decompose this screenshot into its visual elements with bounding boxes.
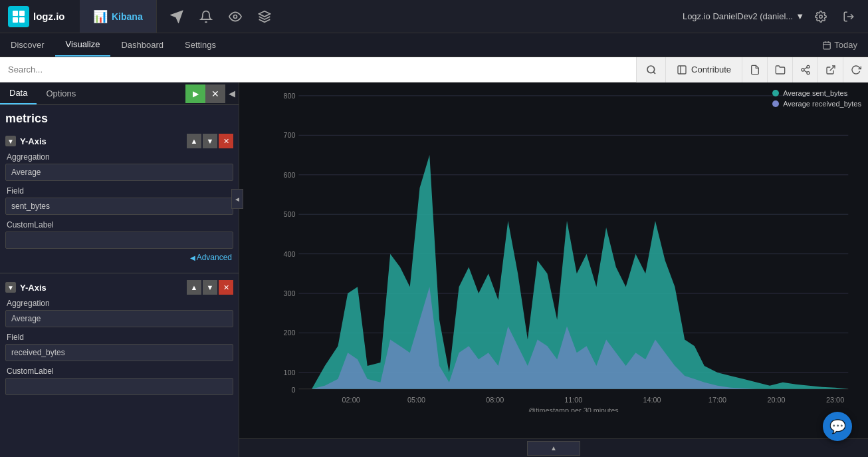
metric-1-up-btn[interactable]: ▲ <box>187 134 201 148</box>
aggregation-select-2[interactable]: Average Sum Min Max Count <box>5 310 233 327</box>
svg-text:200: 200 <box>283 329 295 337</box>
contribute-button[interactable]: Contribute <box>665 57 742 82</box>
nav-icons-area <box>157 3 284 30</box>
legend-label-sent: Average sent_bytes <box>783 89 847 97</box>
search-button[interactable] <box>636 57 665 82</box>
share-icon-btn[interactable] <box>792 57 817 82</box>
svg-rect-0 <box>13 11 18 16</box>
advanced-link-1[interactable]: ◀ Advanced <box>5 253 233 266</box>
contribute-icon <box>677 65 687 75</box>
svg-text:14:00: 14:00 <box>643 395 661 403</box>
metric-2-toggle[interactable]: ▼ <box>5 282 16 293</box>
metric-2-title: ▼ Y-Axis <box>5 282 47 293</box>
close-icon: ✕ <box>211 88 219 99</box>
layers-icon-btn[interactable] <box>251 3 278 30</box>
advanced-arrow-1: ◀ <box>190 254 195 261</box>
legend-label-received: Average received_bytes <box>783 100 861 108</box>
aggregation-select-1[interactable]: Average Sum Min Max Count <box>5 164 233 181</box>
nav-dashboard[interactable]: Dashboard <box>110 33 174 57</box>
svg-line-15 <box>653 72 655 74</box>
send-icon-btn[interactable] <box>163 3 190 30</box>
kibana-tab[interactable]: 📊 Kibana <box>80 0 157 33</box>
svg-text:800: 800 <box>283 92 295 100</box>
custom-label-input-1[interactable] <box>5 231 233 249</box>
eye-icon-btn[interactable] <box>222 3 249 30</box>
metric-2-delete-btn[interactable]: ✕ <box>219 280 233 295</box>
custom-label-title-2: CustomLabel <box>5 367 233 376</box>
field-select-1[interactable]: sent_bytes received_bytes packets <box>5 198 233 215</box>
svg-text:@timestamp per 30 minutes: @timestamp per 30 minutes <box>528 406 619 412</box>
custom-label-title-1: CustomLabel <box>5 220 233 229</box>
bottom-collapse-btn[interactable]: ▲ <box>527 441 580 456</box>
chart-legend: Average sent_bytes Average received_byte… <box>772 89 861 108</box>
svg-text:100: 100 <box>283 369 295 377</box>
user-chevron-icon: ▼ <box>796 11 804 21</box>
svg-line-23 <box>829 66 834 71</box>
svg-text:11:00: 11:00 <box>564 395 582 403</box>
search-input[interactable] <box>0 57 636 82</box>
field-label-2: Field <box>5 333 233 342</box>
new-file-icon-btn[interactable] <box>742 57 767 82</box>
tab-data[interactable]: Data <box>0 82 37 104</box>
svg-text:700: 700 <box>283 131 295 139</box>
custom-label-input-2[interactable] <box>5 378 233 395</box>
chart-svg: 800 700 600 500 400 300 200 100 0 02:00 … <box>272 89 861 412</box>
metrics-section-title: metrics <box>0 105 239 130</box>
left-panel: Data Options ▶ ✕ ◀ metrics ▼ Y-Axis <box>0 82 239 457</box>
panel-tabs: Data Options ▶ ✕ ◀ <box>0 82 239 105</box>
legend-item-received: Average received_bytes <box>772 100 861 108</box>
metric-1-header: ▼ Y-Axis ▲ ▼ ✕ <box>5 134 233 148</box>
svg-text:20:00: 20:00 <box>767 395 785 403</box>
svg-rect-1 <box>19 11 25 16</box>
today-area[interactable]: Today <box>822 40 868 50</box>
svg-point-6 <box>233 15 237 18</box>
svg-text:300: 300 <box>283 289 295 297</box>
alerts-icon-btn[interactable] <box>193 3 219 30</box>
refresh-icon-btn[interactable] <box>843 57 868 82</box>
svg-text:400: 400 <box>283 250 295 258</box>
kibana-bar-icon: 📊 <box>93 9 108 24</box>
open-file-icon-btn[interactable] <box>767 57 792 82</box>
run-button[interactable]: ▶ <box>185 84 205 103</box>
settings-icon-btn[interactable] <box>810 5 832 28</box>
chart-collapse-button[interactable]: ◄ <box>231 189 243 209</box>
nav-visualize[interactable]: Visualize <box>55 33 111 57</box>
chart-area: 800 700 600 500 400 300 200 100 0 02:00 … <box>239 82 868 438</box>
svg-line-22 <box>804 67 807 69</box>
today-label: Today <box>834 40 857 50</box>
search-icon <box>646 65 657 75</box>
bottom-arrow-icon: ▲ <box>550 444 557 452</box>
legend-item-sent: Average sent_bytes <box>772 89 861 97</box>
user-label: Logz.io DanielDev2 (daniel... <box>683 11 793 21</box>
main-content: Data Options ▶ ✕ ◀ metrics ▼ Y-Axis <box>0 82 868 457</box>
close-panel-button[interactable]: ✕ <box>205 84 225 103</box>
svg-point-19 <box>802 69 804 71</box>
field-select-2[interactable]: sent_bytes received_bytes packets <box>5 344 233 361</box>
metric-2-down-btn[interactable]: ▼ <box>203 280 217 295</box>
metric-2-up-btn[interactable]: ▲ <box>187 280 201 295</box>
logo-text: logz.io <box>33 11 65 22</box>
collapse-panel-button[interactable]: ◀ <box>225 84 239 103</box>
logo-icon <box>8 6 29 27</box>
metric-1-toggle[interactable]: ▼ <box>5 136 16 146</box>
logo-area: logz.io <box>0 0 80 33</box>
contribute-label: Contribute <box>691 65 731 75</box>
nav-settings[interactable]: Settings <box>174 33 227 57</box>
metric-1-down-btn[interactable]: ▼ <box>203 134 217 148</box>
svg-text:05:00: 05:00 <box>407 395 425 403</box>
metric-1-delete-btn[interactable]: ✕ <box>219 134 233 148</box>
nav-discover[interactable]: Discover <box>0 33 55 57</box>
chat-bubble-button[interactable]: 💬 <box>823 412 852 441</box>
metric-1-title: ▼ Y-Axis <box>5 136 47 146</box>
chat-icon: 💬 <box>829 418 846 434</box>
top-right-area: Logz.io DanielDev2 (daniel... ▼ <box>683 5 868 28</box>
kibana-label: Kibana <box>112 11 143 22</box>
toolbar-icons <box>742 57 868 82</box>
svg-rect-16 <box>678 66 686 74</box>
tab-options[interactable]: Options <box>37 83 85 104</box>
user-dropdown[interactable]: Logz.io DanielDev2 (daniel... ▼ <box>683 11 804 21</box>
external-link-icon-btn[interactable] <box>817 57 843 82</box>
logout-icon-btn[interactable] <box>837 5 860 28</box>
secondary-navigation: Discover Visualize Dashboard Settings To… <box>0 33 868 57</box>
legend-dot-received <box>772 100 779 107</box>
